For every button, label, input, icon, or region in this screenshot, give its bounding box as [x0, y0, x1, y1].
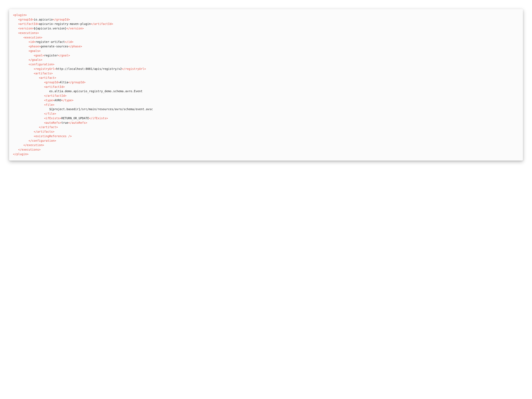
xml-tag: <type> [44, 99, 55, 102]
xml-tag: <executions> [18, 31, 39, 35]
xml-text: true [61, 121, 68, 124]
xml-text: register [44, 54, 58, 57]
xml-tag: <artifact> [39, 76, 56, 79]
xml-tag: </plugin> [13, 152, 29, 156]
xml-tag: </id> [65, 40, 73, 44]
xml-tag: <existingReferences /> [34, 134, 72, 138]
xml-text: ${project.basedir}/src/main/resources/av… [49, 107, 153, 111]
xml-tag: </autoRefs> [68, 121, 87, 124]
xml-tag: <goal> [34, 54, 44, 57]
xml-tag: </configuration> [29, 139, 56, 142]
xml-tag: <groupId> [44, 81, 60, 84]
xml-tag: </goals> [29, 58, 42, 62]
xml-text: io.apicurio [34, 18, 53, 21]
xml-tag: <phase> [29, 45, 41, 48]
xml-tag: <registryUrl> [34, 67, 56, 70]
xml-tag: </ifExists> [89, 117, 108, 120]
xml-tag: <artifactId> [18, 22, 39, 25]
xml-tag: <file> [44, 103, 55, 106]
xml-tag: </artifact> [39, 125, 58, 129]
xml-tag: </registryUrl> [122, 67, 146, 70]
xml-tag: </version> [67, 27, 84, 30]
xml-tag: </file> [44, 112, 56, 115]
xml-tag: </groupId> [53, 18, 70, 21]
xml-tag: </phase> [68, 45, 82, 48]
xml-tag: <goals> [29, 49, 41, 52]
xml-tag: </type> [61, 99, 73, 102]
xml-tag: </artifacts> [34, 130, 54, 133]
xml-text: RETURN_OR_UPDATE [61, 117, 89, 120]
xml-tag: </artifactId> [44, 94, 67, 97]
xml-text: generate-sources [41, 45, 68, 48]
xml-tag: <plugin> [13, 13, 27, 17]
xml-tag: </groupId> [68, 81, 85, 84]
xml-tag: <autoRefs> [44, 121, 61, 124]
xml-tag: <ifExists> [44, 117, 61, 120]
xml-text: apicurio-registry-maven-plugin [39, 22, 91, 25]
xml-tag: </goal> [58, 54, 70, 57]
xml-tag: <configuration> [29, 63, 55, 66]
xml-tag: </execution> [23, 143, 44, 147]
xml-text: Altia [60, 81, 68, 84]
xml-tag: <artifactId> [44, 85, 65, 88]
xml-tag: </artifactId> [91, 22, 113, 25]
xml-tag: </executions> [18, 148, 41, 151]
xml-text: ${apicurio.version} [34, 27, 66, 30]
code-content: <plugin> <groupId>io.apicurio</groupId> … [13, 13, 153, 156]
code-block: <plugin> <groupId>io.apicurio</groupId> … [9, 9, 523, 161]
xml-text: register-artifact [36, 40, 65, 44]
xml-text: es.altia.demo.apicurio_registry_demo.sch… [49, 89, 143, 93]
xml-tag: <artifacts> [34, 72, 53, 75]
xml-text: http://localhost:8081/apis/registry/v2 [56, 67, 122, 70]
xml-tag: <groupId> [18, 18, 34, 21]
xml-tag: <id> [29, 40, 36, 44]
xml-tag: <version> [18, 27, 34, 30]
xml-text: AVRO [55, 99, 61, 102]
xml-tag: <execution> [23, 36, 42, 39]
